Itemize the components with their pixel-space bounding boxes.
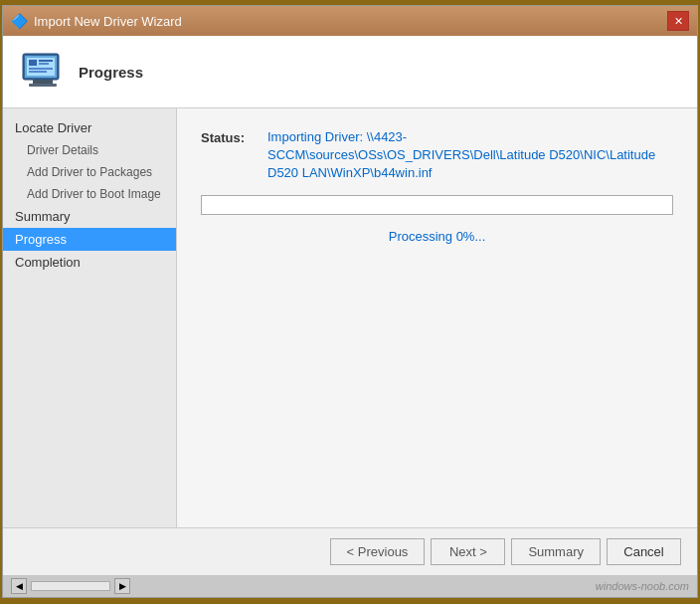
previous-button[interactable]: < Previous bbox=[330, 538, 426, 565]
svg-rect-6 bbox=[39, 60, 53, 62]
main-body: Locate Driver Driver Details Add Driver … bbox=[3, 108, 697, 527]
svg-rect-7 bbox=[39, 63, 49, 65]
title-bar-icon: 🔷 bbox=[11, 13, 28, 29]
status-row: Status: Importing Driver: \\4423-SCCM\so… bbox=[201, 128, 673, 183]
content-area: Status: Importing Driver: \\4423-SCCM\so… bbox=[177, 108, 697, 527]
title-bar-text: Import New Driver Wizard bbox=[34, 14, 182, 29]
svg-rect-9 bbox=[29, 71, 47, 73]
summary-button[interactable]: Summary bbox=[511, 538, 601, 565]
sidebar-item-driver-details[interactable]: Driver Details bbox=[3, 139, 176, 161]
status-path: Importing Driver: \\4423-SCCM\sources\OS… bbox=[267, 128, 673, 183]
scroll-track bbox=[31, 581, 110, 591]
sidebar-item-completion[interactable]: Completion bbox=[3, 251, 176, 274]
title-bar-controls: ✕ bbox=[667, 11, 689, 31]
sidebar-item-progress[interactable]: Progress bbox=[3, 228, 176, 251]
cancel-button[interactable]: Cancel bbox=[607, 538, 681, 565]
close-button[interactable]: ✕ bbox=[667, 11, 689, 31]
sidebar: Locate Driver Driver Details Add Driver … bbox=[3, 108, 177, 527]
sidebar-item-add-to-packages[interactable]: Add Driver to Packages bbox=[3, 161, 176, 183]
computer-icon-svg bbox=[19, 48, 67, 96]
svg-rect-8 bbox=[29, 68, 53, 70]
sidebar-item-add-to-boot-image[interactable]: Add Driver to Boot Image bbox=[3, 183, 176, 205]
title-bar: 🔷 Import New Driver Wizard ✕ bbox=[3, 6, 697, 36]
footer: < Previous Next > Summary Cancel bbox=[3, 527, 697, 575]
progress-bar-container bbox=[201, 195, 673, 215]
scroll-right-btn[interactable]: ▶ bbox=[114, 578, 130, 594]
title-bar-left: 🔷 Import New Driver Wizard bbox=[11, 13, 182, 29]
processing-text: Processing 0%... bbox=[201, 229, 673, 244]
svg-rect-2 bbox=[33, 80, 53, 84]
status-label: Status: bbox=[201, 130, 256, 145]
sidebar-item-locate-driver[interactable]: Locate Driver bbox=[3, 116, 176, 139]
wizard-icon bbox=[19, 48, 67, 96]
scroll-left-btn[interactable]: ◀ bbox=[11, 578, 27, 594]
header-title: Progress bbox=[79, 64, 143, 81]
sidebar-item-summary[interactable]: Summary bbox=[3, 205, 176, 228]
next-button[interactable]: Next > bbox=[431, 538, 505, 565]
watermark-text: windows-noob.com bbox=[596, 580, 689, 592]
watermark-bar: ◀ ▶ windows-noob.com bbox=[3, 575, 697, 597]
svg-rect-5 bbox=[29, 60, 37, 66]
scroll-controls: ◀ ▶ bbox=[11, 578, 130, 594]
header: Progress bbox=[3, 36, 697, 108]
svg-rect-3 bbox=[29, 84, 57, 87]
wizard-window: 🔷 Import New Driver Wizard ✕ bbox=[2, 5, 698, 598]
